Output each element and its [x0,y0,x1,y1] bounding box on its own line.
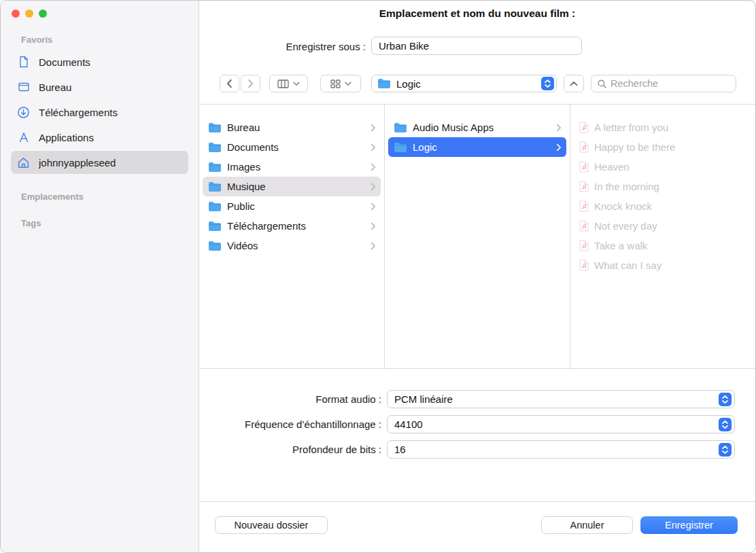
applications-icon [17,131,30,144]
folder-icon [208,162,222,173]
up-down-chevrons-icon [721,395,729,404]
chevron-right-icon [371,124,376,132]
downloads-icon [17,106,30,119]
search-input[interactable] [611,78,729,89]
zoom-window-button[interactable] [39,10,47,18]
folder-row[interactable]: Téléchargements [203,216,381,236]
file-row: Not every day [574,216,752,236]
folder-row[interactable]: Public [203,196,381,216]
sidebar-item[interactable]: Applications [11,126,188,149]
folder-row[interactable]: Images [203,157,381,177]
sidebar-item-label: Téléchargements [39,107,118,118]
search-field[interactable] [591,75,736,92]
folder-icon [394,142,407,153]
folder-row[interactable]: Musique [203,177,381,196]
popup-stepper [719,418,732,431]
sidebar-item[interactable]: Bureau [11,75,188,99]
format-option-popup[interactable]: 16 [387,440,735,459]
folder-row-label: Images [227,161,260,173]
folder-row[interactable]: Documents [203,137,381,157]
folder-icon [208,240,222,251]
cancel-button[interactable]: Annuler [541,516,633,534]
collapse-dialog-button[interactable] [564,75,584,92]
format-option-value: 16 [394,444,406,455]
location-popup[interactable]: Logic [371,75,557,92]
folder-row[interactable]: Bureau [203,118,381,137]
sidebar: Favoris Documents Bureau Téléchargements… [1,1,199,552]
file-row: Heaven [574,157,752,177]
chevron-right-icon [371,183,376,191]
file-row: In the morning [574,177,752,196]
search-icon [598,79,606,88]
folder-row[interactable]: Vidéos [203,236,381,255]
folder-icon [208,201,222,212]
sidebar-section-emplacements: Emplacements [21,192,199,202]
location-popup-value: Logic [396,78,536,90]
folder-icon [208,142,222,153]
format-option-label: Profondeur de bits : [199,444,381,455]
file-row-label: A letter from you [594,122,668,133]
file-row: A letter from you [574,118,752,137]
chevron-right-icon [556,124,562,132]
sidebar-item[interactable]: Téléchargements [11,101,188,124]
filename-input[interactable] [371,37,582,55]
new-folder-button[interactable]: Nouveau dossier [215,516,328,534]
folder-icon [208,181,222,192]
file-row-label: Heaven [594,161,630,173]
format-options: Format audio : PCM linéaire Fréquence d’… [199,390,755,459]
view-mode-button[interactable] [269,75,308,92]
chevron-right-icon [371,143,376,151]
column-browser: Bureau Documents Images Musique Publ [199,104,755,369]
chevron-right-icon [371,242,376,250]
format-option-row: Fréquence d’échantillonnage : 44100 [199,415,755,433]
browser-column-1: Bureau Documents Images Musique Publ [199,105,385,368]
chevron-right-icon [556,143,562,151]
folder-icon [208,221,222,232]
file-row-label: In the morning [594,181,659,192]
audio-file-icon [579,220,589,232]
back-button[interactable] [220,75,239,92]
file-row-label: Not every day [594,220,657,232]
save-as-label: Enregistrer sous : [199,41,366,52]
forward-button[interactable] [241,75,260,92]
folder-icon [394,122,407,133]
popup-stepper [719,443,732,457]
format-option-row: Format audio : PCM linéaire [199,390,755,408]
audio-file-icon [579,181,589,192]
file-row-label: What can I say [594,260,662,271]
folder-row-label: Documents [227,141,279,153]
folder-row-label: Musique [227,181,266,192]
sidebar-favoris-list: Documents Bureau Téléchargements Applica… [1,50,199,174]
save-button[interactable]: Enregistrer [640,516,738,534]
browser-column-3: A letter from you Happy to be there Heav… [570,105,755,368]
chevron-right-icon [371,222,376,230]
format-option-label: Format audio : [199,393,381,405]
file-row-label: Knock knock [594,200,652,212]
format-option-popup[interactable]: PCM linéaire [387,390,735,408]
window-controls [12,10,47,18]
format-option-popup[interactable]: 44100 [387,415,735,433]
chevron-right-icon [371,202,376,211]
format-option-row: Profondeur de bits : 16 [199,440,755,459]
audio-file-icon [579,141,589,153]
sidebar-item-label: Bureau [39,82,71,93]
audio-file-icon [579,200,589,212]
audio-file-icon [579,260,589,271]
folder-row[interactable]: Audio Music Apps [388,118,566,137]
save-dialog-window: Favoris Documents Bureau Téléchargements… [0,0,756,553]
minimize-window-button[interactable] [25,10,33,18]
sidebar-item[interactable]: Documents [11,50,188,73]
folder-row-label: Public [227,200,255,212]
sidebar-section-favoris: Favoris [21,1,199,45]
close-window-button[interactable] [12,10,20,18]
folder-row[interactable]: Logic [388,137,566,157]
group-by-button[interactable] [320,75,361,92]
dialog-title: Emplacement et nom du nouveau film : [199,7,755,20]
sidebar-section-tags: Tags [21,218,199,228]
format-option-value: PCM linéaire [394,393,453,405]
popup-stepper [719,393,732,406]
sidebar-item[interactable]: johnnyappleseed [11,151,188,174]
chevron-left-icon [226,79,233,88]
chevron-down-icon [345,82,351,86]
file-row-label: Take a walk [594,240,647,251]
